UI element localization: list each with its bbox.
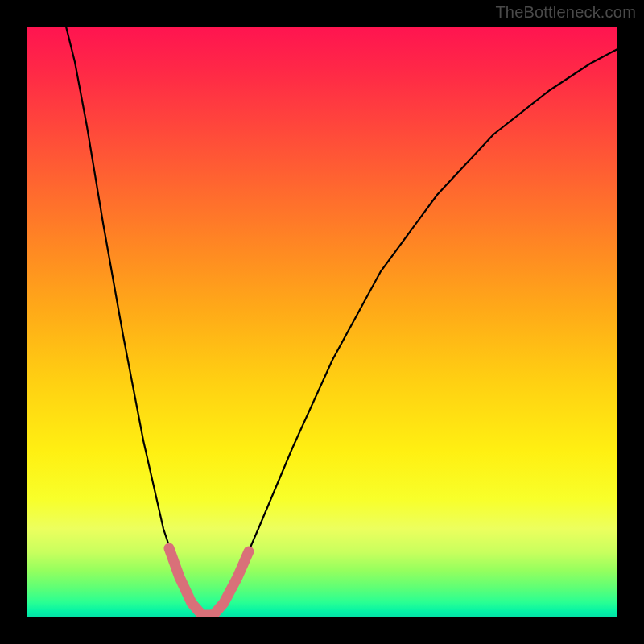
curve-svg [27, 27, 617, 617]
main-curve-path [66, 27, 617, 615]
chart-frame: TheBottleneck.com [0, 0, 644, 644]
valley-highlight-path [169, 548, 249, 615]
watermark-text: TheBottleneck.com [495, 3, 636, 22]
plot-area [27, 27, 617, 617]
